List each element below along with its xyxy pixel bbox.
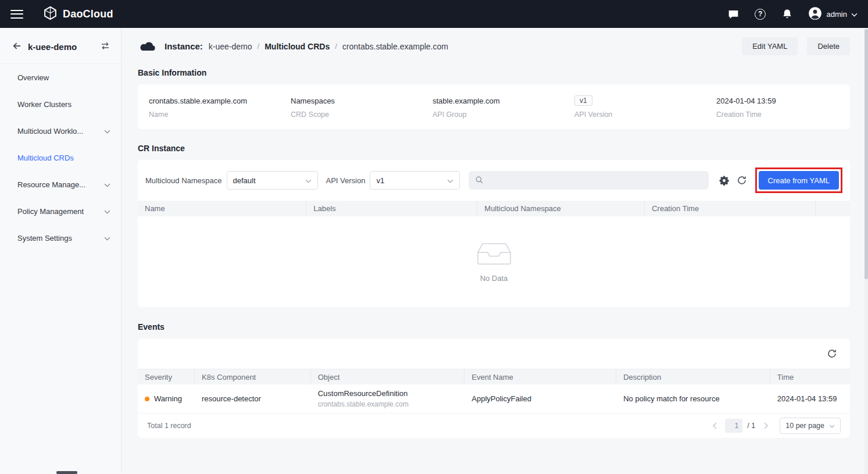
bell-icon[interactable] [781,8,794,20]
column-labels: Labels [306,201,477,216]
help-glyph: ? [755,9,766,20]
breadcrumb-multicloud-crds[interactable]: Multicloud CRDs [265,42,330,51]
object-name: crontabs.stable.example.com [318,400,458,408]
breadcrumb-separator: / [258,42,260,51]
create-from-yaml-button[interactable]: Create from YAML [759,171,839,190]
events-refresh-icon[interactable] [823,345,841,362]
field-name: crontabs.stable.example.com Name [149,94,291,119]
events-table-header: Severity K8s Component Object Event Name… [138,369,850,384]
cloud-icon [138,40,158,54]
event-row: Warning resource-detector CustomResource… [138,384,850,414]
chevron-down-icon [104,127,110,136]
page-header: Instance: k-uee-demo / Multicloud CRDs /… [138,37,850,55]
column-creation-time: Creation Time [645,201,816,216]
delete-button[interactable]: Delete [807,37,850,55]
next-page-icon[interactable] [760,420,771,432]
field-creation-time: 2024-01-04 13:59 Creation Time [716,94,850,119]
no-data-label: No Data [480,274,508,283]
object-cell: CustomResourceDefinition crontabs.stable… [311,386,465,412]
api-version-filter-label: API Version [326,176,366,185]
instance-label: Instance: [165,41,203,51]
chevron-down-icon [305,176,312,185]
column-event-name: Event Name [465,369,616,384]
chevron-down-icon [104,234,110,243]
per-page-select[interactable]: 10 per page [780,418,841,434]
column-severity: Severity [138,369,195,384]
page-input[interactable] [725,419,742,433]
sidebar-item-system-settings[interactable]: System Settings [0,224,121,251]
basic-info-title: Basic Information [138,68,850,77]
brand-logo[interactable]: DaoCloud [43,6,113,22]
daocloud-logo-icon [43,6,58,22]
severity-value: Warning [154,394,182,403]
user-menu[interactable]: admin [808,6,858,23]
column-actions [816,201,850,216]
cr-instance-title: CR Instance [138,144,850,153]
breadcrumb-crd-name: crontabs.stable.example.com [342,42,448,51]
chevron-down-icon [104,180,110,189]
brand-name: DaoCloud [63,8,113,20]
column-time: Time [770,369,850,384]
events-footer: Total 1 record / 1 10 per page [138,414,850,438]
no-data-icon [475,241,513,268]
chat-icon[interactable] [727,8,740,20]
column-multicloud-namespace: Multicloud Namespace [477,201,645,216]
column-k8s-component: K8s Component [195,369,311,384]
description-value: No policy match for resource [616,391,770,407]
search-input[interactable] [487,176,702,185]
namespace-filter-label: Multicloud Namespace [145,176,222,185]
avatar [808,6,823,23]
prev-page-icon[interactable] [709,420,720,432]
object-kind: CustomResourceDefinition [318,389,458,398]
search-box[interactable] [469,171,708,190]
sidebar-nav: Overview Worker Clusters Multicloud Work… [0,64,121,251]
edit-yaml-button[interactable]: Edit YAML [742,37,798,55]
back-icon[interactable] [12,41,22,53]
time-value: 2024-01-04 13:59 [770,391,850,407]
event-name-value: ApplyPolicyFailed [465,391,616,407]
horizontal-scrollbar-thumb[interactable] [56,471,77,474]
refresh-icon[interactable] [733,172,751,189]
topbar: DaoCloud ? admin [0,0,868,28]
annotation-highlight-box: Create from YAML [755,167,842,193]
search-icon [474,175,484,186]
breadcrumb-cluster[interactable]: k-uee-demo [209,42,252,51]
empty-state: No Data [138,216,850,307]
sidebar-item-policy-management[interactable]: Policy Management [0,198,121,224]
switch-cluster-icon[interactable] [100,41,110,53]
pagination: / 1 10 per page [709,418,841,434]
gear-icon[interactable] [716,172,733,189]
events-title: Events [138,322,850,332]
sidebar-item-overview[interactable]: Overview [0,64,121,91]
api-version-tag: v1 [574,95,592,106]
cr-table-header: Name Labels Multicloud Namespace Creatio… [138,201,850,216]
page-total-label: / 1 [747,422,755,430]
chevron-down-icon [851,10,858,19]
breadcrumb-separator: / [335,42,337,51]
sidebar-item-multicloud-crds[interactable]: Multicloud CRDs [0,144,121,171]
sidebar-item-resource-management[interactable]: Resource Manage... [0,171,121,198]
main-content: Instance: k-uee-demo / Multicloud CRDs /… [122,28,868,474]
column-description: Description [616,369,770,384]
field-api-version: v1 API Version [574,94,716,119]
column-name: Name [138,201,306,216]
column-object: Object [311,369,465,384]
cr-instance-card: Multicloud Namespace default API Version… [138,160,850,307]
chevron-down-icon [104,207,110,216]
sidebar-item-worker-clusters[interactable]: Worker Clusters [0,91,121,117]
component-value: resource-detector [195,391,311,407]
cluster-name: k-uee-demo [28,42,94,52]
warning-dot-icon [145,397,149,401]
namespace-select[interactable]: default [227,171,318,190]
menu-icon[interactable] [10,10,23,19]
vertical-scrollbar[interactable] [865,28,868,474]
sidebar: k-uee-demo Overview Worker Clusters Mult… [0,28,122,474]
field-crd-scope: Namespaces CRD Scope [291,94,433,119]
chevron-down-icon [829,422,835,430]
field-api-group: stable.example.com API Group [433,94,574,119]
username-label: admin [827,10,847,19]
help-icon[interactable]: ? [754,8,767,20]
total-records-label: Total 1 record [147,422,191,430]
api-version-select[interactable]: v1 [370,171,460,190]
sidebar-item-multicloud-workloads[interactable]: Multicloud Worklo... [0,117,121,144]
